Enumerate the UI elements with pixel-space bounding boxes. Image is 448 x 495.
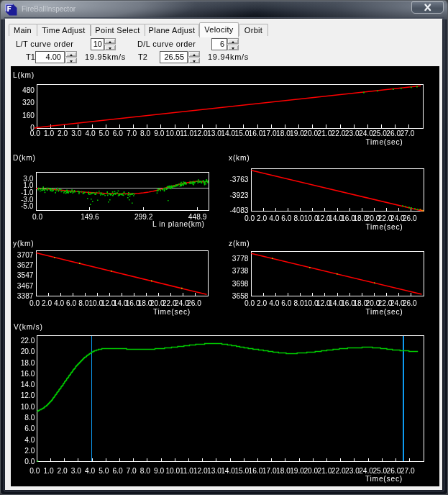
svg-text:8.0: 8.0 xyxy=(294,214,304,222)
svg-text:0.0: 0.0 xyxy=(29,467,40,475)
svg-text:17.0: 17.0 xyxy=(262,130,277,137)
svg-text:1.0: 1.0 xyxy=(43,467,53,475)
svg-text:4.0: 4.0 xyxy=(85,130,95,137)
svg-text:15.0: 15.0 xyxy=(234,467,249,475)
svg-text:0.0: 0.0 xyxy=(29,299,40,307)
svg-text:8.0: 8.0 xyxy=(78,299,88,307)
svg-text:2.0: 2.0 xyxy=(257,214,267,222)
svg-text:4.0: 4.0 xyxy=(85,467,95,475)
svg-text:26.0: 26.0 xyxy=(386,130,401,137)
svg-text:22.0: 22.0 xyxy=(332,130,346,137)
svg-text:6.0: 6.0 xyxy=(112,467,122,475)
svg-text:24.0: 24.0 xyxy=(359,130,373,137)
svg-text:20.0: 20.0 xyxy=(303,130,318,137)
svg-text:5.0: 5.0 xyxy=(99,130,109,137)
svg-text:18.0: 18.0 xyxy=(276,467,291,475)
svg-text:-3923: -3923 xyxy=(229,191,248,199)
svg-text:3698: 3698 xyxy=(232,280,249,288)
svg-text:4.0: 4.0 xyxy=(54,299,64,307)
svg-text:3547: 3547 xyxy=(17,271,34,279)
svg-text:17.0: 17.0 xyxy=(262,467,277,475)
svg-text:22.0: 22.0 xyxy=(21,337,35,345)
svg-text:16.0: 16.0 xyxy=(249,467,263,475)
svg-text:2.0: 2.0 xyxy=(58,467,68,475)
svg-text:-3763: -3763 xyxy=(229,176,248,183)
svg-text:0.0: 0.0 xyxy=(24,458,35,466)
svg-text:24.0: 24.0 xyxy=(359,467,373,475)
svg-text:3707: 3707 xyxy=(17,251,34,259)
svg-text:149.6: 149.6 xyxy=(81,213,99,221)
svg-text:0.0: 0.0 xyxy=(244,214,255,222)
svg-text:2.0: 2.0 xyxy=(257,299,267,307)
svg-text:10.0: 10.0 xyxy=(21,403,35,411)
svg-text:12.0: 12.0 xyxy=(193,130,208,137)
svg-text:14.0: 14.0 xyxy=(21,381,35,389)
svg-text:14.0: 14.0 xyxy=(221,130,235,137)
svg-text:20.0: 20.0 xyxy=(21,348,35,355)
svg-text:11.0: 11.0 xyxy=(180,467,193,475)
svg-text:1.0: 1.0 xyxy=(44,130,54,137)
svg-text:13.0: 13.0 xyxy=(207,130,221,137)
svg-text:480: 480 xyxy=(22,86,35,94)
svg-text:2.0: 2.0 xyxy=(58,130,68,137)
svg-text:26.0: 26.0 xyxy=(387,467,401,475)
svg-text:Time(sec): Time(sec) xyxy=(365,308,403,316)
svg-text:3467: 3467 xyxy=(17,282,34,290)
svg-text:0.0: 0.0 xyxy=(244,299,255,307)
svg-text:4.0: 4.0 xyxy=(269,299,279,307)
svg-text:3.0: 3.0 xyxy=(71,130,81,137)
svg-text:16.0: 16.0 xyxy=(21,370,35,378)
svg-text:Time(sec): Time(sec) xyxy=(365,475,403,483)
svg-text:26.0: 26.0 xyxy=(403,214,417,222)
svg-text:21.0: 21.0 xyxy=(318,467,332,475)
svg-text:0.0: 0.0 xyxy=(30,130,40,137)
svg-text:10.0: 10.0 xyxy=(165,467,180,475)
svg-text:160: 160 xyxy=(22,112,35,119)
svg-text:z(km): z(km) xyxy=(229,240,250,247)
svg-text:19.0: 19.0 xyxy=(290,467,304,475)
svg-text:Time(sec): Time(sec) xyxy=(365,223,403,231)
svg-text:-4083: -4083 xyxy=(229,206,248,214)
svg-text:13.0: 13.0 xyxy=(207,467,221,475)
svg-text:21.0: 21.0 xyxy=(317,130,332,137)
svg-text:320: 320 xyxy=(22,99,35,106)
svg-text:18.0: 18.0 xyxy=(276,130,291,137)
svg-text:0.0: 0.0 xyxy=(32,213,42,221)
svg-text:6.0: 6.0 xyxy=(281,299,291,307)
svg-text:23.0: 23.0 xyxy=(345,130,360,137)
svg-text:11.0: 11.0 xyxy=(180,130,193,137)
svg-text:3.0: 3.0 xyxy=(71,467,81,475)
svg-text:y(km): y(km) xyxy=(13,240,34,247)
svg-text:Time(sec): Time(sec) xyxy=(365,138,403,146)
svg-text:4.0: 4.0 xyxy=(269,214,279,222)
svg-text:-5.0: -5.0 xyxy=(21,202,34,210)
svg-text:15.0: 15.0 xyxy=(234,130,249,137)
svg-text:16.0: 16.0 xyxy=(249,130,263,137)
svg-text:20.0: 20.0 xyxy=(303,467,318,475)
svg-text:26.0: 26.0 xyxy=(187,299,201,307)
svg-text:L in plane(km): L in plane(km) xyxy=(152,220,205,228)
svg-text:6.0: 6.0 xyxy=(281,214,291,222)
svg-text:9.0: 9.0 xyxy=(154,467,164,475)
svg-text:8.0: 8.0 xyxy=(140,130,150,137)
svg-text:5.0: 5.0 xyxy=(99,467,109,475)
svg-text:22.0: 22.0 xyxy=(332,467,346,475)
svg-text:10.0: 10.0 xyxy=(166,130,180,137)
svg-text:7.0: 7.0 xyxy=(127,467,137,475)
svg-text:23.0: 23.0 xyxy=(345,467,360,475)
svg-text:4.0: 4.0 xyxy=(24,436,35,444)
svg-text:25.0: 25.0 xyxy=(372,467,387,475)
svg-text:8.0: 8.0 xyxy=(140,467,150,475)
svg-text:2.0: 2.0 xyxy=(42,299,52,307)
svg-text:27.0: 27.0 xyxy=(400,130,414,137)
svg-text:19.0: 19.0 xyxy=(290,130,304,137)
svg-text:3778: 3778 xyxy=(232,255,249,263)
svg-text:448.9: 448.9 xyxy=(188,213,207,221)
svg-text:3627: 3627 xyxy=(17,261,34,269)
svg-text:L(km): L(km) xyxy=(13,71,35,79)
svg-text:V(km/s): V(km/s) xyxy=(14,323,43,331)
svg-text:8.0: 8.0 xyxy=(294,299,304,307)
svg-text:18.0: 18.0 xyxy=(21,359,35,367)
svg-text:D(km): D(km) xyxy=(13,154,36,162)
svg-text:2.0: 2.0 xyxy=(24,447,35,455)
